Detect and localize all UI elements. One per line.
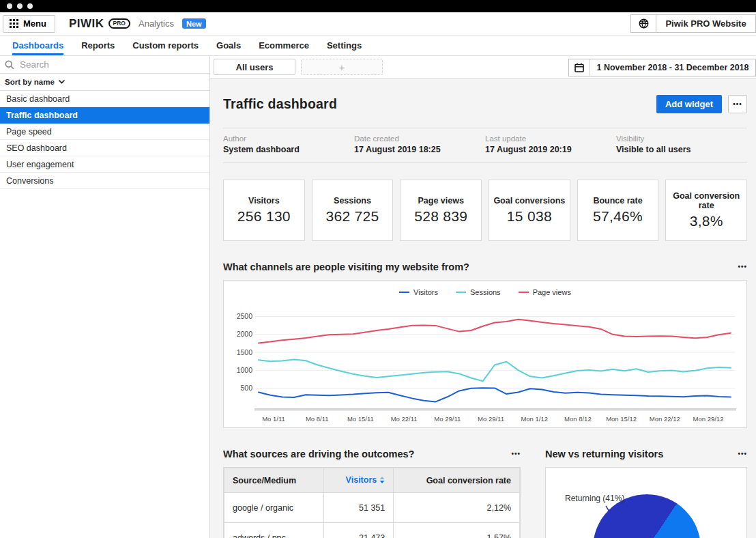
table-row[interactable]: adwords / ppc 21 473 1,57%	[224, 523, 520, 538]
pro-badge: PRO	[108, 18, 130, 29]
svg-text:Mo 22/11: Mo 22/11	[391, 415, 418, 423]
main-nav: Dashboards Reports Custom reports Goals …	[0, 36, 756, 56]
svg-text:Mon 29/12: Mon 29/12	[693, 415, 724, 423]
sidebar-item-traffic-dashboard[interactable]: Traffic dashboard	[0, 107, 209, 124]
window-dot-icon[interactable]	[7, 3, 12, 9]
kpi-visitors: Visitors256 130	[223, 180, 305, 241]
legend-swatch	[456, 292, 466, 293]
tab-reports[interactable]: Reports	[72, 36, 123, 55]
segment-tabstrip: All users + 1 November 2018 - 31 Decembe…	[210, 56, 756, 79]
legend-sessions[interactable]: Sessions	[456, 288, 501, 296]
svg-text:Mon 22/12: Mon 22/12	[650, 415, 680, 423]
tab-custom-reports[interactable]: Custom reports	[123, 36, 207, 55]
tab-dashboards[interactable]: Dashboards	[3, 36, 72, 55]
new-vs-returning-pie: Returning (41%)	[545, 467, 747, 538]
globe-icon	[631, 15, 656, 32]
page-title: Traffic dashboard	[223, 96, 337, 112]
piwik-pro-logo: PIWIK PRO Analytics New	[69, 17, 206, 31]
add-segment-tab-button[interactable]: +	[301, 59, 383, 75]
date-range-label: 1 November 2018 - 31 December 2018	[590, 59, 755, 76]
svg-text:2500: 2500	[237, 312, 253, 320]
svg-text:Mo 8/11: Mo 8/11	[306, 415, 329, 423]
meta-label: Last update	[485, 134, 616, 143]
search-bar	[0, 56, 209, 74]
sources-widget-menu-button[interactable]: •••	[511, 451, 521, 457]
menu-button[interactable]: Menu	[3, 15, 55, 33]
website-selector-label: Piwik PRO Website	[656, 15, 755, 32]
grid-menu-icon	[10, 19, 18, 28]
sort-by-name-control[interactable]: Sort by name	[0, 74, 209, 91]
product-name: Analytics	[139, 18, 174, 29]
kpi-bounce-rate: Bounce rate57,46%	[577, 180, 659, 241]
tab-settings[interactable]: Settings	[318, 36, 370, 55]
window-titlebar	[0, 0, 756, 12]
col-source-medium[interactable]: Source/Medium	[224, 468, 324, 493]
meta-label: Visibility	[616, 134, 747, 143]
meta-label: Date created	[354, 134, 485, 143]
svg-text:Mo 1/11: Mo 1/11	[262, 415, 285, 423]
tab-goals[interactable]: Goals	[207, 36, 250, 55]
sources-widget-title: What sources are driving the outcomes?	[223, 449, 414, 459]
pie-widget-menu-button[interactable]: •••	[738, 451, 747, 457]
legend-visitors[interactable]: Visitors	[399, 288, 438, 296]
meta-value: 17 August 2019 20:19	[485, 145, 616, 154]
divider	[223, 162, 747, 163]
sidebar-item-page-speed[interactable]: Page speed	[0, 124, 209, 140]
add-widget-button[interactable]: Add widget	[656, 95, 722, 113]
pie-widget-title: New vs returning visitors	[545, 449, 663, 459]
svg-text:Mo 15/11: Mo 15/11	[347, 415, 374, 423]
channels-widget-title: What channels are people visiting my web…	[223, 261, 469, 272]
app-header: Menu PIWIK PRO Analytics New Piwik PRO W…	[0, 12, 756, 36]
brand-wordmark: PIWIK	[69, 17, 104, 31]
col-goal-conversion-rate[interactable]: Goal conversion rate	[394, 468, 520, 493]
sidebar-item-conversions[interactable]: Conversions	[0, 173, 209, 189]
kpi-goal-conversions: Goal conversions15 038	[489, 180, 570, 241]
channels-line-chart: Visitors Sessions Page views 50010001500…	[223, 280, 747, 428]
menu-button-label: Menu	[23, 18, 46, 29]
website-selector[interactable]: Piwik PRO Website	[630, 14, 756, 33]
svg-text:500: 500	[240, 384, 252, 392]
meta-label: Author	[223, 134, 354, 143]
channels-widget-menu-button[interactable]: •••	[738, 264, 747, 270]
window-dot-icon[interactable]	[17, 3, 23, 9]
svg-text:1500: 1500	[237, 348, 253, 356]
chart-legend: Visitors Sessions Page views	[224, 281, 746, 298]
sort-arrows-icon	[379, 476, 385, 485]
sidebar-item-user-engagement[interactable]: User engagement	[0, 156, 209, 173]
svg-text:Mon 1/12: Mon 1/12	[521, 415, 548, 423]
col-visitors-sorted[interactable]: Visitors	[324, 468, 394, 493]
table-row[interactable]: google / organic 51 351 2,12%	[224, 493, 520, 523]
kpi-goal-conversion-rate: Goal conversion rate3,8%	[665, 180, 747, 241]
svg-text:1000: 1000	[237, 366, 253, 374]
tab-ecommerce[interactable]: Ecommerce	[250, 36, 318, 55]
dashboards-sidebar: Sort by name Basic dashboard Traffic das…	[0, 56, 210, 538]
segment-tab-all-users[interactable]: All users	[214, 59, 295, 75]
sidebar-item-basic-dashboard[interactable]: Basic dashboard	[0, 91, 209, 107]
pie-annotation: Returning (41%)	[565, 494, 624, 503]
search-icon	[5, 60, 14, 70]
sort-label: Sort by name	[5, 78, 55, 86]
dashboard-meta: AuthorSystem dashboard Date created17 Au…	[223, 128, 747, 162]
kpi-cards: Visitors256 130 Sessions362 725 Page vie…	[223, 180, 747, 241]
kpi-page-views: Page views528 839	[400, 180, 482, 241]
calendar-icon	[569, 59, 590, 76]
legend-swatch	[519, 292, 529, 293]
chevron-down-icon	[59, 80, 65, 84]
sidebar-item-seo-dashboard[interactable]: SEO dashboard	[0, 140, 209, 156]
line-chart-canvas: 5001000150020002500Mo 1/11Mo 8/11Mo 15/1…	[224, 298, 746, 427]
search-input[interactable]	[20, 59, 209, 70]
ellipsis-icon: •••	[733, 101, 742, 108]
window-dot-icon[interactable]	[27, 3, 33, 9]
date-range-picker[interactable]: 1 November 2018 - 31 December 2018	[568, 59, 756, 76]
meta-value: 17 August 2019 18:25	[354, 145, 485, 154]
legend-page-views[interactable]: Page views	[519, 288, 571, 296]
svg-text:2000: 2000	[237, 330, 253, 338]
svg-text:Mon 15/12: Mon 15/12	[606, 415, 637, 423]
meta-value: System dashboard	[223, 145, 354, 154]
dashboard-more-button[interactable]: •••	[728, 95, 747, 113]
sources-table: Source/Medium Visitors Goal conversion r…	[223, 467, 521, 538]
legend-swatch	[399, 292, 409, 293]
dashboard-main: Traffic dashboard Add widget ••• AuthorS…	[210, 79, 756, 538]
new-badge: New	[182, 18, 206, 29]
svg-text:Mo 29/11: Mo 29/11	[478, 415, 504, 423]
